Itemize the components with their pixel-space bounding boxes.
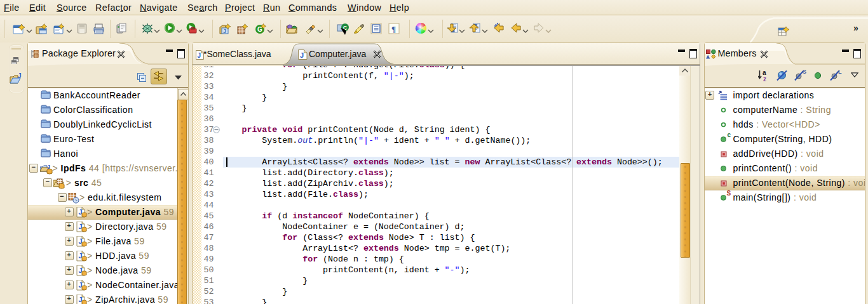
svg-text:J: J xyxy=(300,51,304,59)
svg-text:z: z xyxy=(763,76,766,83)
svg-text:G: G xyxy=(257,26,262,33)
svg-text:J: J xyxy=(223,28,226,34)
svg-text:L: L xyxy=(838,69,842,75)
svg-text:J: J xyxy=(18,72,22,79)
svg-text:J: J xyxy=(197,51,201,58)
svg-text:¶: ¶ xyxy=(391,24,396,34)
svg-text:S: S xyxy=(803,69,806,75)
